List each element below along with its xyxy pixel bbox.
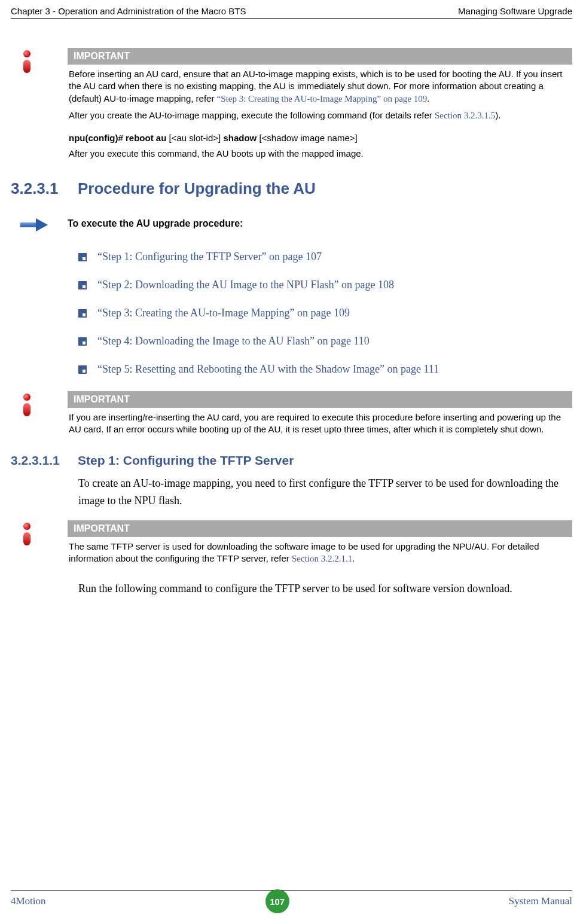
important-3-text: The same TFTP server is used for downloa… [69,541,571,565]
important-1-p1: Before inserting an AU card, ensure that… [69,68,571,105]
info-icon [22,50,32,74]
link-section-3-2-3-1-5[interactable]: Section 3.2.3.1.5 [435,111,495,120]
list-item: “Step 3: Creating the AU-to-Image Mappin… [78,307,572,319]
important-1-p2: After you create the AU-to-image mapping… [69,109,571,121]
link-step-2[interactable]: “Step 2: Downloading the AU Image to the… [97,279,394,291]
subsection-number: 3.2.3.1.1 [11,453,78,468]
list-item: “Step 2: Downloading the AU Image to the… [78,279,572,291]
bullet-icon [78,337,87,346]
important-note-2: IMPORTANT If you are inserting/re-insert… [11,391,572,441]
footer-manual: System Manual [509,895,572,907]
section-heading-3-2-3-1-1: 3.2.3.1.1 Step 1: Configuring the TFTP S… [11,453,572,468]
step-list: “Step 1: Configuring the TFTP Server” on… [78,251,572,376]
command-reboot-au: npu(config)# reboot au [<au slot-id>] sh… [69,132,571,144]
important-label: IMPORTANT [68,48,572,65]
body-paragraph-2: Run the following command to configure t… [78,580,572,597]
info-icon [22,523,32,547]
procedure-title: To execute the AU upgrade procedure: [68,218,243,229]
list-item: “Step 5: Resetting and Rebooting the AU … [78,363,572,376]
header-section: Managing Software Upgrade [458,6,572,16]
list-item: “Step 1: Configuring the TFTP Server” on… [78,251,572,263]
info-icon [22,394,32,417]
link-section-3-2-2-1-1[interactable]: Section 3.2.2.1.1 [292,554,352,563]
arrow-right-icon [20,218,49,231]
link-step-3[interactable]: “Step 3: Creating the AU-to-Image Mappin… [97,307,350,319]
link-step-1[interactable]: “Step 1: Configuring the TFTP Server” on… [97,251,322,263]
text: . [427,93,429,103]
cmd-part: shadow [223,133,259,143]
section-number: 3.2.3.1 [11,179,78,198]
important-1-p3: After you execute this command, the AU b… [69,148,571,160]
subsection-title: Step 1: Configuring the TFTP Server [78,453,294,468]
bullet-icon [78,309,87,318]
bullet-icon [78,253,87,261]
cmd-part: npu(config)# reboot au [69,133,169,143]
link-step-5[interactable]: “Step 5: Resetting and Rebooting the AU … [97,363,439,376]
important-note-3: IMPORTANT The same TFTP server is used f… [11,520,572,570]
important-label: IMPORTANT [68,391,572,408]
text: After you create the AU-to-image mapping… [69,110,435,120]
cmd-part: [<au slot-id>] [169,133,223,143]
link-step-4[interactable]: “Step 4: Downloading the Image to the AU… [97,335,370,347]
link-step3-mapping[interactable]: “Step 3: Creating the AU-to-Image Mappin… [217,94,428,103]
text: . [352,553,355,563]
bullet-icon [78,365,87,374]
section-heading-3-2-3-1: 3.2.3.1 Procedure for Upgrading the AU [11,179,572,198]
text: ). [495,110,500,120]
procedure-intro: To execute the AU upgrade procedure: [11,218,572,234]
section-title: Procedure for Upgrading the AU [78,179,316,198]
important-label: IMPORTANT [68,520,572,537]
cmd-part: [<shadow image name>] [259,133,357,143]
page-footer: 4Motion 107 System Manual [11,889,572,913]
body-paragraph-1: To create an AU-to-image mapping, you ne… [78,475,572,510]
header-chapter: Chapter 3 - Operation and Administration… [11,6,246,16]
important-note-1: IMPORTANT Before inserting an AU card, e… [11,48,572,163]
header-rule [11,18,572,19]
footer-product: 4Motion [11,895,46,907]
page-number-badge: 107 [265,889,289,913]
bullet-icon [78,281,87,289]
list-item: “Step 4: Downloading the Image to the AU… [78,335,572,347]
important-2-text: If you are inserting/re-inserting the AU… [69,411,571,436]
